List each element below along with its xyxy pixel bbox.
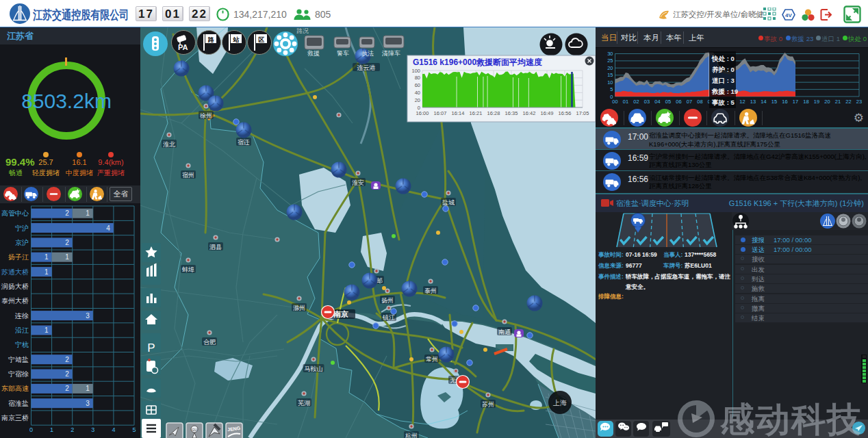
svg-text:20: 20 [415,97,420,103]
svg-text:南通: 南通 [498,328,511,335]
svg-text:宁沪: 宁沪 [15,224,29,232]
svg-text:4V: 4V [785,12,792,18]
svg-text:17: 17 [793,99,798,105]
svg-text:救援 : 19: 救援 : 19 [711,88,738,95]
svg-text:15: 15 [771,99,777,105]
svg-text:14: 14 [761,99,766,105]
svg-text:苏通大桥: 苏通大桥 [1,268,29,276]
svg-text:1: 1 [86,385,90,392]
svg-text:合肥: 合肥 [203,339,216,346]
svg-text:清障车: 清障车 [381,50,400,57]
svg-text:18: 18 [803,99,808,105]
svg-text:10: 10 [607,79,613,86]
svg-text:16:07: 16:07 [434,110,447,116]
svg-text:3: 3 [91,426,94,433]
svg-text:宿迁: 宿迁 [238,139,250,146]
svg-text:16:00: 16:00 [416,110,429,116]
svg-text:连徐: 连徐 [15,312,29,320]
svg-text:1: 1 [50,426,53,433]
svg-text:路况: 路况 [296,27,309,34]
svg-text:区: 区 [259,36,265,43]
svg-text:03: 03 [644,99,650,105]
svg-text:15: 15 [607,72,613,78]
svg-text:16: 16 [782,99,787,105]
svg-text:杭州: 杭州 [405,433,418,438]
svg-text:1: 1 [86,209,90,217]
svg-text:常州: 常州 [426,356,438,363]
svg-text:宁杭: 宁杭 [15,341,29,348]
svg-text:站: 站 [233,36,240,43]
svg-text:连云港: 连云港 [357,64,376,71]
svg-text:宁靖盐: 宁靖盐 [8,356,29,363]
svg-text:4: 4 [112,426,115,433]
svg-text:25: 25 [607,57,613,64]
svg-text:宿淮盐: 宿淮盐 [8,400,29,407]
svg-text:17:05: 17:05 [576,110,589,116]
svg-text:30: 30 [607,51,613,57]
svg-text:20: 20 [824,99,830,105]
svg-text:G1516 k196+000救援断面平均速度: G1516 k196+000救援断面平均速度 [413,57,542,67]
svg-text:1: 1 [44,326,49,334]
svg-text:0: 0 [29,426,33,433]
svg-text:泰州大桥: 泰州大桥 [1,297,29,305]
svg-text:泗县: 泗县 [209,244,222,250]
svg-text:救援: 救援 [307,50,320,57]
svg-text:盐城: 盐城 [442,199,455,206]
svg-text:06: 06 [676,99,681,105]
svg-text:执法: 执法 [361,50,374,57]
svg-text:12: 12 [739,99,745,105]
svg-text:05: 05 [665,99,671,105]
svg-text:2: 2 [65,209,69,217]
svg-text:16:21: 16:21 [470,110,483,116]
svg-text:80: 80 [415,75,420,81]
svg-text:路: 路 [208,36,215,43]
svg-text:40: 40 [415,90,420,96]
svg-text:2: 2 [65,239,69,246]
svg-text:60: 60 [415,82,420,88]
svg-text:苏州: 苏州 [482,401,494,408]
svg-text:PA: PA [178,43,188,51]
svg-text:1: 1 [65,253,69,261]
svg-text:镇江: 镇江 [382,314,395,321]
svg-text:徐州: 徐州 [200,112,212,119]
svg-text:5: 5 [132,426,136,433]
svg-text:2: 2 [71,426,74,433]
svg-text:南京三桥: 南京三桥 [1,414,29,422]
svg-text:100: 100 [411,68,420,74]
svg-text:警车: 警车 [337,50,349,57]
svg-text:16:14: 16:14 [452,110,465,116]
svg-text:扬子江: 扬子江 [8,253,29,261]
svg-text:3: 3 [86,400,90,407]
svg-text:13: 13 [750,99,756,105]
svg-text:1: 1 [44,268,49,276]
svg-text:16:49: 16:49 [541,110,554,116]
svg-text:00: 00 [612,99,617,105]
svg-text:东部高速: 东部高速 [1,385,29,392]
svg-text:淮北: 淮北 [163,141,175,148]
svg-text:京沪: 京沪 [15,239,29,246]
svg-text:扬州: 扬州 [381,297,394,304]
svg-text:沿江: 沿江 [15,326,29,334]
svg-text:道口 : 3: 道口 : 3 [712,77,735,84]
svg-text:22: 22 [845,99,851,105]
svg-text:2: 2 [65,370,69,378]
svg-text:芜湖: 芜湖 [298,400,310,407]
svg-text:蚌埠: 蚌埠 [182,266,194,273]
svg-text:P: P [147,342,155,355]
svg-text:04: 04 [654,99,660,105]
svg-text:2: 2 [65,385,69,392]
svg-text:南京: 南京 [333,310,348,318]
svg-text:马鞍山: 马鞍山 [305,365,323,372]
svg-text:快处 : 0: 快处 : 0 [711,55,735,62]
svg-text:2: 2 [65,356,69,363]
svg-text:泰州: 泰州 [424,287,437,294]
svg-text:淮安: 淮安 [352,179,364,186]
svg-text:02: 02 [633,99,639,105]
svg-text:润扬大桥: 润扬大桥 [1,283,29,290]
svg-text:4: 4 [106,224,110,232]
svg-text:1: 1 [44,253,49,261]
svg-text:高管中心: 高管中心 [1,209,29,217]
svg-text:07: 07 [687,99,692,105]
svg-text:事故 : 5: 事故 : 5 [711,99,735,106]
svg-text:23: 23 [856,99,862,105]
